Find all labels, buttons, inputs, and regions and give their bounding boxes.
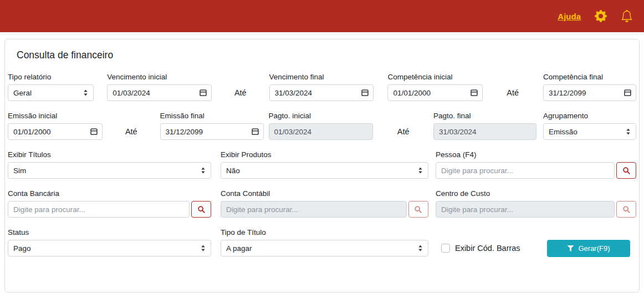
- vencimento-final-input[interactable]: [269, 84, 374, 101]
- field-pagto-inicial: Pagto. inicial: [269, 112, 374, 140]
- agrupamento-select[interactable]: Emissão: [543, 123, 636, 140]
- field-vencimento-final: Vencimento final: [269, 73, 374, 101]
- form-row-3: Exibir Títulos Sim Exibir Produtos Não P…: [8, 150, 636, 179]
- until-label: Até: [483, 84, 543, 101]
- until-label: Até: [373, 123, 433, 140]
- until-separator: Até: [103, 123, 160, 140]
- until-separator: Até: [373, 123, 433, 140]
- emissao-inicial-input[interactable]: [8, 123, 103, 140]
- conta-contabil-label: Conta Contábil: [221, 189, 428, 198]
- header-bar: Ajuda: [0, 0, 644, 32]
- field-tipo-relatorio: Tipo relatório Geral: [8, 73, 94, 101]
- centro-custo-search-button: [616, 201, 636, 218]
- status-select[interactable]: Pago: [8, 240, 211, 256]
- bell-icon[interactable]: [621, 10, 633, 22]
- pagto-final-input: [433, 123, 536, 140]
- until-label: Até: [212, 84, 269, 101]
- tipo-relatorio-select[interactable]: Geral: [8, 84, 94, 101]
- competencia-inicial-label: Competência inicial: [387, 73, 482, 81]
- vencimento-inicial-input[interactable]: [107, 84, 212, 101]
- exibir-cod-barras-label[interactable]: Exibir Cód. Barras: [455, 244, 520, 253]
- conta-contabil-input: [221, 201, 407, 218]
- calendar-icon[interactable]: [90, 128, 98, 136]
- competencia-inicial-input[interactable]: [387, 84, 482, 101]
- field-competencia-final: Competência final: [543, 73, 636, 101]
- exibir-cod-barras-checkbox[interactable]: [441, 244, 450, 253]
- form-row-4: Conta Bancária Conta Contábil Centro de …: [8, 189, 636, 218]
- emissao-inicial-label: Emissão inicial: [8, 112, 103, 120]
- gerar-label: Gerar(F9): [578, 244, 610, 253]
- exibir-titulos-label: Exibir Títulos: [8, 150, 211, 159]
- field-vencimento-inicial: Vencimento inicial: [107, 73, 212, 101]
- competencia-final-input[interactable]: [543, 84, 636, 101]
- pagto-final-label: Pagto. final: [433, 112, 536, 120]
- gerar-button[interactable]: Gerar(F9): [547, 240, 630, 257]
- form-row-2: Emissão inicial Até Emissão final Pagto.…: [8, 112, 636, 140]
- tipo-relatorio-label: Tipo relatório: [8, 73, 94, 81]
- exibir-cod-barras-group: Exibir Cód. Barras: [441, 244, 520, 253]
- until-label: Até: [103, 123, 160, 140]
- conta-bancaria-label: Conta Bancária: [8, 189, 211, 198]
- calendar-icon[interactable]: [470, 89, 478, 97]
- field-conta-contabil: Conta Contábil: [221, 189, 428, 218]
- centro-custo-input: [436, 201, 615, 218]
- filter-form: Tipo relatório Geral Vencimento inicial …: [5, 73, 639, 256]
- calendar-icon[interactable]: [361, 89, 369, 97]
- field-centro-custo: Centro de Custo: [436, 189, 636, 218]
- filter-icon: [567, 245, 574, 252]
- exibir-titulos-select[interactable]: Sim: [8, 162, 211, 179]
- tipo-titulo-label: Tipo de Título: [221, 228, 428, 236]
- emissao-final-input[interactable]: [160, 123, 264, 140]
- field-emissao-inicial: Emissão inicial: [8, 112, 103, 140]
- page-title: Consulta de financeiro: [5, 39, 639, 61]
- gear-icon[interactable]: [595, 10, 607, 22]
- conta-bancaria-input[interactable]: [8, 201, 190, 218]
- pessoa-label: Pessoa (F4): [436, 150, 636, 159]
- field-emissao-final: Emissão final: [160, 112, 264, 140]
- field-pessoa: Pessoa (F4): [436, 150, 636, 179]
- field-pagto-final: Pagto. final: [433, 112, 536, 140]
- vencimento-final-label: Vencimento final: [269, 73, 374, 81]
- field-status: Status Pago: [8, 228, 211, 256]
- until-separator: Até: [483, 84, 543, 101]
- consulta-card: Consulta de financeiro Tipo relatório Ge…: [4, 39, 640, 293]
- status-label: Status: [8, 228, 211, 236]
- field-exibir-titulos: Exibir Títulos Sim: [8, 150, 211, 179]
- row5-tail: Exibir Cód. Barras Gerar(F9): [436, 240, 636, 256]
- calendar-icon[interactable]: [251, 128, 259, 136]
- pessoa-search-button[interactable]: [616, 162, 636, 179]
- form-row-1: Tipo relatório Geral Vencimento inicial …: [8, 73, 636, 101]
- field-conta-bancaria: Conta Bancária: [8, 189, 211, 218]
- emissao-final-label: Emissão final: [160, 112, 264, 120]
- pagto-inicial-label: Pagto. inicial: [269, 112, 374, 120]
- tipo-titulo-select[interactable]: A pagar: [221, 240, 428, 256]
- field-competencia-inicial: Competência inicial: [387, 73, 482, 101]
- field-tipo-titulo: Tipo de Título A pagar: [221, 228, 428, 256]
- competencia-final-label: Competência final: [543, 73, 636, 81]
- calendar-icon[interactable]: [623, 89, 632, 97]
- field-agrupamento: Agrupamento Emissão: [543, 112, 636, 140]
- field-exibir-produtos: Exibir Produtos Não: [221, 150, 428, 179]
- form-row-5: Status Pago Tipo de Título A pagar Exibi…: [8, 228, 636, 256]
- exibir-produtos-select[interactable]: Não: [221, 162, 428, 179]
- vencimento-inicial-label: Vencimento inicial: [107, 73, 212, 81]
- conta-contabil-search-button: [408, 201, 428, 218]
- agrupamento-label: Agrupamento: [543, 112, 636, 120]
- exibir-produtos-label: Exibir Produtos: [221, 150, 428, 159]
- pagto-inicial-input: [269, 123, 374, 140]
- until-separator: Até: [212, 84, 269, 101]
- conta-bancaria-search-button[interactable]: [191, 201, 211, 218]
- pessoa-input[interactable]: [436, 162, 615, 179]
- help-link[interactable]: Ajuda: [558, 12, 581, 21]
- calendar-icon[interactable]: [199, 89, 207, 97]
- centro-custo-label: Centro de Custo: [436, 189, 636, 198]
